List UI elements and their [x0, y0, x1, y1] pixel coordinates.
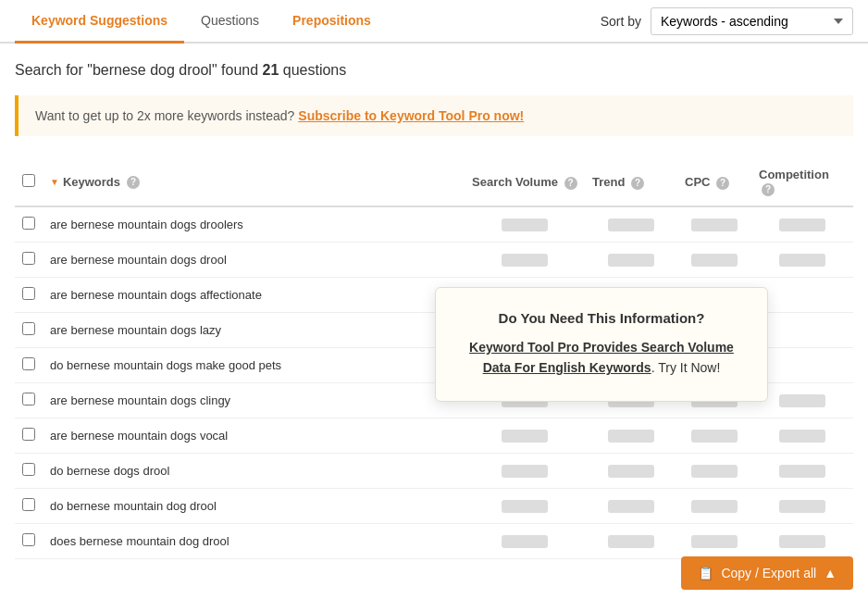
cpc-cell: 00000 — [677, 489, 751, 524]
cpc-cell: 00000 — [677, 206, 751, 243]
search-count: 21 — [263, 62, 279, 78]
search-suffix: questions — [279, 62, 346, 78]
sv-cell — [465, 278, 585, 313]
trend-cell — [585, 348, 677, 383]
trend-help-icon[interactable]: ? — [631, 177, 644, 190]
table-row: are bernese mountain dogs vocal000000000… — [15, 418, 853, 454]
row-checkbox[interactable] — [22, 498, 35, 511]
table-row: do bernese mountain dog drool00000000000… — [15, 489, 853, 524]
bottom-bar: 📋 Copy / Export all ▲ — [666, 547, 868, 578]
copy-export-button[interactable]: 📋 Copy / Export all ▲ — [681, 556, 853, 578]
trend-cell: 00000 — [585, 206, 677, 243]
banner-text: Want to get up to 2x more keywords inste… — [35, 108, 298, 123]
table-row: are bernese mountain dogs droolers000000… — [15, 206, 853, 243]
trend-cell — [585, 313, 677, 348]
trend-cell: 00000 — [585, 489, 677, 524]
comp-cell: 00000 — [751, 454, 853, 489]
comp-cell: 00000 — [751, 418, 853, 454]
keyword-cell: are bernese mountain dogs vocal — [43, 418, 465, 454]
table-row: are bernese mountain dogs lazy — [15, 313, 853, 348]
row-checkbox[interactable] — [22, 357, 35, 370]
cpc-cell: 00000 — [677, 243, 751, 278]
cpc-cell — [677, 278, 751, 313]
row-checkbox[interactable] — [22, 287, 35, 300]
cpc-help-icon[interactable]: ? — [716, 177, 729, 190]
tab-keyword-suggestions[interactable]: Keyword Suggestions — [15, 0, 184, 44]
copy-icon: 📋 — [698, 566, 713, 578]
sv-cell — [465, 348, 585, 383]
cpc-cell: 00000 — [677, 454, 751, 489]
trend-cell: 00000 — [585, 418, 677, 454]
keyword-cell: are bernese mountain dogs lazy — [43, 313, 465, 348]
promo-banner: Want to get up to 2x more keywords inste… — [15, 95, 853, 136]
trend-cell: 00000 — [585, 243, 677, 278]
col-cpc-header: CPC — [685, 175, 710, 189]
tabs-bar: Keyword Suggestions Questions Prepositio… — [0, 0, 868, 44]
search-prefix: Search for "bernese dog drool" found — [15, 62, 263, 78]
content-area: Search for "bernese dog drool" found 21 … — [0, 44, 868, 578]
keyword-cell: does bernese mountain dog drool — [43, 524, 465, 559]
keyword-cell: do bernese dogs drool — [43, 454, 465, 489]
row-checkbox[interactable] — [22, 428, 35, 441]
col-keywords-header: Keywords — [63, 175, 120, 189]
comp-cell — [751, 348, 853, 383]
cpc-cell: 00000 — [677, 383, 751, 418]
keyword-cell: are bernese mountain dogs clingy — [43, 383, 465, 418]
sv-cell: 00000 — [465, 418, 585, 454]
row-checkbox[interactable] — [22, 533, 35, 546]
copy-label: Copy / Export all — [721, 566, 816, 578]
col-sv-header: Search Volume — [472, 175, 558, 189]
cpc-cell — [677, 348, 751, 383]
sv-help-icon[interactable]: ? — [564, 177, 577, 190]
col-competition-header: Competition — [759, 168, 829, 181]
keywords-table: ▼ Keywords ? Search Volume ? Trend ? CPC… — [15, 158, 853, 559]
table-row: do bernese dogs drool0000000000000000000… — [15, 454, 853, 489]
comp-cell: 00000 — [751, 383, 853, 418]
row-checkbox[interactable] — [22, 252, 35, 265]
sort-select[interactable]: Keywords - ascending Keywords - descendi… — [651, 7, 853, 35]
sort-arrow-icon: ▼ — [50, 177, 59, 187]
trend-cell: 00000 — [585, 383, 677, 418]
comp-cell — [751, 278, 853, 313]
table-row: are bernese mountain dogs drool000000000… — [15, 243, 853, 278]
sv-cell: 00000 — [465, 489, 585, 524]
row-checkbox[interactable] — [22, 393, 35, 406]
row-checkbox[interactable] — [22, 463, 35, 476]
row-checkbox[interactable] — [22, 322, 35, 335]
select-all-checkbox[interactable] — [22, 174, 35, 187]
search-summary: Search for "bernese dog drool" found 21 … — [15, 62, 853, 79]
sv-cell: 00000 — [465, 454, 585, 489]
keyword-cell: do bernese mountain dog drool — [43, 489, 465, 524]
table-row: are bernese mountain dogs clingy00000000… — [15, 383, 853, 418]
trend-cell: 00000 — [585, 454, 677, 489]
comp-cell: 00000 — [751, 243, 853, 278]
sv-cell: 00000 — [465, 383, 585, 418]
keyword-cell: are bernese mountain dogs drool — [43, 243, 465, 278]
cpc-cell: 00000 — [677, 418, 751, 454]
sv-cell: 00000 — [465, 243, 585, 278]
banner-link[interactable]: Subscribe to Keyword Tool Pro now! — [298, 108, 524, 123]
trend-cell — [585, 278, 677, 313]
keywords-help-icon[interactable]: ? — [127, 176, 140, 189]
sort-area: Sort by Keywords - ascending Keywords - … — [601, 7, 853, 35]
row-checkbox[interactable] — [22, 217, 35, 230]
sv-cell: 00000 — [465, 206, 585, 243]
sv-cell — [465, 313, 585, 348]
keyword-cell: are bernese mountain dogs droolers — [43, 206, 465, 243]
col-trend-header: Trend — [592, 175, 625, 189]
tab-prepositions[interactable]: Prepositions — [276, 0, 388, 44]
sv-cell: 00000 — [465, 524, 585, 559]
keyword-cell: are bernese mountain dogs affectionate — [43, 278, 465, 313]
competition-help-icon[interactable]: ? — [762, 183, 775, 196]
sort-label: Sort by — [601, 14, 641, 29]
cpc-cell — [677, 313, 751, 348]
trend-cell: 00000 — [585, 524, 677, 559]
copy-chevron-icon: ▲ — [824, 566, 837, 578]
tab-questions[interactable]: Questions — [184, 0, 276, 44]
comp-cell — [751, 313, 853, 348]
table-row: do bernese mountain dogs make good pets — [15, 348, 853, 383]
comp-cell: 00000 — [751, 489, 853, 524]
table-row: are bernese mountain dogs affectionate — [15, 278, 853, 313]
comp-cell: 00000 — [751, 206, 853, 243]
keyword-cell: do bernese mountain dogs make good pets — [43, 348, 465, 383]
